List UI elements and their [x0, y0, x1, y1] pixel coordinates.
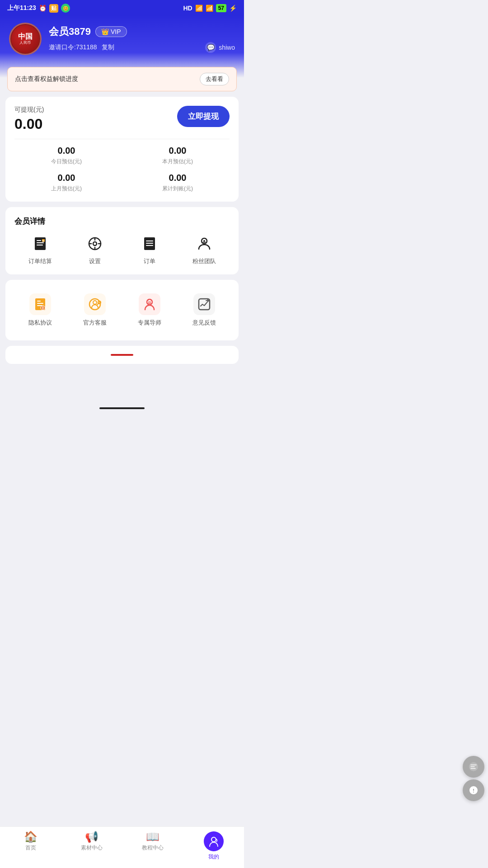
notify-text: 点击查看权益解锁进度	[15, 75, 78, 83]
extra-label-0: 隐私协议	[28, 319, 52, 327]
charge-icon: ⚡	[229, 5, 237, 12]
wallet-card: 可提现(元) 0.00 立即提现 0.00 今日预估(元) 0.00 本月预估(…	[5, 97, 239, 202]
stat-total: 0.00 累计到账(元)	[126, 173, 230, 193]
svg-rect-3	[37, 245, 43, 245]
svg-rect-15	[146, 245, 153, 246]
member-details-card: 会员详情 $ 订单结算	[5, 207, 239, 274]
wallet-label: 可提现(元)	[14, 106, 44, 114]
extra-item-privacy[interactable]: 隐私协议	[14, 293, 66, 327]
alarm-icon: ⏰	[39, 5, 47, 12]
stat-month-label: 本月预估(元)	[126, 158, 230, 165]
extra-menu-grid: 隐私协议 官方客服	[14, 289, 230, 331]
menu-item-settings[interactable]: 设置	[69, 234, 120, 265]
menu-label-2: 订单	[144, 257, 155, 265]
feedback-icon	[193, 293, 215, 315]
extra-item-service[interactable]: 官方客服	[69, 293, 120, 327]
notify-banner[interactable]: 点击查看权益解锁进度 去看看	[7, 67, 237, 91]
avatar: 中国 人民币	[9, 23, 42, 55]
service-icon	[84, 293, 106, 315]
stat-today-label: 今日预估(元)	[14, 158, 118, 165]
app-icon: 😊	[61, 4, 70, 13]
extra-label-2: 专属导师	[138, 319, 161, 327]
stat-today: 0.00 今日预估(元)	[14, 146, 118, 165]
svg-rect-13	[146, 241, 153, 241]
username: 会员3879	[49, 25, 91, 38]
wallet-info: 可提现(元) 0.00	[14, 106, 44, 132]
wallet-header: 可提现(元) 0.00 立即提现	[14, 106, 230, 132]
vip-badge[interactable]: 👑 VIP	[95, 26, 127, 37]
extra-item-feedback[interactable]: 意见反馈	[178, 293, 230, 327]
shiwo-icon: 💬	[205, 42, 216, 53]
stat-lastmonth: 0.00 上月预估(元)	[14, 173, 118, 193]
stat-month-value: 0.00	[126, 146, 230, 156]
order-settlement-icon: $	[30, 234, 50, 254]
svg-point-7	[93, 242, 97, 245]
extra-label-3: 意见反馈	[192, 319, 216, 327]
wifi-icon: 📶	[206, 5, 213, 12]
shiwo-label: shiwo	[219, 44, 235, 51]
extra-item-mentor[interactable]: 专属导师	[124, 293, 175, 327]
profile-name-row: 会员3879 👑 VIP	[49, 25, 235, 38]
menu-item-order-settlement[interactable]: $ 订单结算	[14, 234, 66, 265]
bottom-spacer	[0, 369, 244, 406]
home-indicator-area	[0, 406, 244, 409]
menu-label-1: 设置	[89, 257, 101, 265]
invite-row: 邀请口令:731188 复制 💬 shiwo	[49, 42, 235, 53]
invite-left: 邀请口令:731188 复制	[49, 43, 114, 52]
member-menu-grid: $ 订单结算 设置	[14, 234, 230, 265]
svg-rect-14	[146, 243, 153, 244]
svg-rect-20	[37, 303, 43, 304]
status-left: 上午11:23 ⏰ 贴 😊	[7, 4, 70, 13]
status-time: 上午11:23	[7, 4, 36, 12]
withdraw-button[interactable]: 立即提现	[177, 106, 230, 127]
stat-today-value: 0.00	[14, 146, 118, 156]
extra-label-1: 官方客服	[83, 319, 107, 327]
member-details-title: 会员详情	[14, 216, 230, 226]
note-icon: 贴	[49, 4, 58, 13]
svg-point-26	[93, 301, 97, 304]
privacy-icon	[29, 293, 51, 315]
menu-item-fans[interactable]: 粉丝团队	[178, 234, 230, 265]
settings-icon	[85, 234, 105, 254]
shiwo-button[interactable]: 💬 shiwo	[205, 42, 235, 53]
scroll-hint-card	[5, 346, 239, 364]
menu-label-0: 订单结算	[28, 257, 52, 265]
red-bar-hint	[111, 354, 133, 356]
menu-item-orders[interactable]: 订单	[124, 234, 175, 265]
stat-total-label: 累计到账(元)	[126, 185, 230, 193]
stat-lastmonth-value: 0.00	[14, 173, 118, 183]
invite-code: 邀请口令:731188	[49, 43, 97, 52]
extra-menu-card: 隐私协议 官方客服	[5, 280, 239, 340]
profile-row: 中国 人民币 会员3879 👑 VIP 邀请口令:731188 复制 💬 sh	[9, 23, 235, 55]
stat-total-value: 0.00	[126, 173, 230, 183]
vip-label: VIP	[111, 28, 121, 35]
status-right: HD 📶 📶 57 ⚡	[183, 4, 237, 12]
wallet-amount: 0.00	[14, 116, 44, 132]
svg-point-17	[203, 240, 205, 242]
fans-icon	[194, 234, 214, 254]
stat-lastmonth-label: 上月预估(元)	[14, 185, 118, 193]
copy-button[interactable]: 复制	[102, 43, 114, 52]
profile-info: 会员3879 👑 VIP 邀请口令:731188 复制 💬 shiwo	[49, 25, 235, 53]
home-indicator	[99, 407, 145, 409]
menu-label-3: 粉丝团队	[192, 257, 216, 265]
signal-icon: HD	[183, 5, 192, 12]
mentor-icon	[139, 293, 160, 315]
stat-month: 0.00 本月预估(元)	[126, 146, 230, 165]
battery-indicator: 57	[216, 4, 226, 12]
svg-rect-2	[37, 242, 44, 243]
svg-rect-1	[37, 240, 41, 241]
notify-action-button[interactable]: 去看看	[200, 73, 229, 85]
wallet-stats: 0.00 今日预估(元) 0.00 本月预估(元) 0.00 上月预估(元) 0…	[14, 146, 230, 193]
crown-icon: 👑	[101, 28, 109, 35]
status-bar: 上午11:23 ⏰ 贴 😊 HD 📶 📶 57 ⚡	[0, 0, 244, 15]
wallet-divider	[14, 139, 230, 139]
cell-icon: 📶	[195, 5, 203, 12]
svg-rect-19	[37, 301, 41, 302]
orders-icon	[140, 234, 160, 254]
